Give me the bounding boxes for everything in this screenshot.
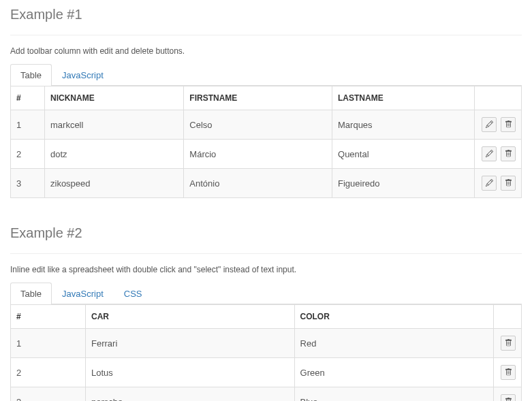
cell-nickname: zikospeed: [45, 169, 184, 198]
cell-car[interactable]: Lotus: [86, 358, 295, 387]
edit-button[interactable]: [482, 176, 497, 191]
col-header-firstname: FIRSTNAME: [184, 86, 332, 110]
cell-firstname: Márcio: [184, 140, 332, 169]
cell-firstname: António: [184, 169, 332, 198]
cell-actions: [494, 387, 522, 402]
cell-nickname: markcell: [45, 110, 184, 140]
example-1-table: # NICKNAME FIRSTNAME LASTNAME 1 markcell…: [10, 86, 522, 198]
cell-num: 1: [11, 110, 45, 140]
delete-button[interactable]: [501, 146, 516, 161]
delete-button[interactable]: [501, 176, 516, 191]
delete-button[interactable]: [501, 365, 516, 380]
col-header-actions: [475, 86, 522, 110]
example-2-description: Inline edit like a spreadsheet with doub…: [10, 265, 522, 274]
cell-firstname: Celso: [184, 110, 332, 140]
table-row: 3 porsche Blue: [11, 387, 522, 402]
pencil-icon: [486, 149, 493, 159]
cell-actions: [494, 358, 522, 387]
cell-color[interactable]: Blue: [294, 387, 493, 402]
table-header-row: # NICKNAME FIRSTNAME LASTNAME: [11, 86, 522, 110]
example-2-title: Example #2: [10, 225, 522, 246]
col-header-actions: [494, 305, 522, 329]
cell-num: 2: [11, 140, 45, 169]
col-header-color: COLOR: [294, 305, 493, 329]
trash-icon: [505, 368, 512, 378]
trash-icon: [505, 149, 512, 159]
example-2-tabs: Table JavaScript CSS: [10, 283, 522, 304]
tab-javascript[interactable]: JavaScript: [52, 283, 114, 304]
example-2-table: # CAR COLOR 1 Ferrari Red 2 Lotus Green: [10, 304, 522, 401]
delete-button[interactable]: [501, 117, 516, 132]
example-2-section: Example #2 Inline edit like a spreadshee…: [10, 225, 522, 401]
cell-actions: [494, 329, 522, 358]
cell-lastname: Quental: [332, 140, 475, 169]
cell-actions: [475, 110, 522, 140]
table-row: 1 markcell Celso Marques: [11, 110, 522, 140]
cell-nickname: dotz: [45, 140, 184, 169]
table-row: 2 dotz Márcio Quental: [11, 140, 522, 169]
tab-javascript[interactable]: JavaScript: [52, 64, 114, 86]
cell-num: 2: [11, 358, 86, 387]
trash-icon: [505, 397, 512, 402]
divider: [10, 35, 522, 35]
trash-icon: [505, 338, 512, 349]
cell-actions: [475, 169, 522, 198]
table-header-row: # CAR COLOR: [11, 305, 522, 329]
example-1-tabs: Table JavaScript: [10, 64, 522, 86]
pencil-icon: [486, 178, 493, 189]
col-header-num: #: [11, 86, 45, 110]
delete-button[interactable]: [501, 394, 516, 401]
example-1-description: Add toolbar column with edit and delete …: [10, 46, 522, 56]
col-header-nickname: NICKNAME: [45, 86, 184, 110]
col-header-lastname: LASTNAME: [332, 86, 475, 110]
tab-table[interactable]: Table: [10, 64, 52, 86]
tab-table[interactable]: Table: [10, 283, 52, 304]
col-header-car: CAR: [86, 305, 295, 329]
cell-lastname: Marques: [332, 110, 475, 140]
cell-color[interactable]: Green: [294, 358, 493, 387]
cell-num: 3: [11, 387, 86, 402]
table-row: 2 Lotus Green: [11, 358, 522, 387]
edit-button[interactable]: [482, 146, 497, 161]
cell-actions: [475, 140, 522, 169]
cell-car[interactable]: Ferrari: [86, 329, 295, 358]
trash-icon: [505, 120, 512, 130]
table-row: 1 Ferrari Red: [11, 329, 522, 358]
example-1-title: Example #1: [10, 7, 522, 28]
cell-lastname: Figueiredo: [332, 169, 475, 198]
pencil-icon: [486, 120, 493, 130]
table-row: 3 zikospeed António Figueiredo: [11, 169, 522, 198]
trash-icon: [505, 178, 512, 189]
delete-button[interactable]: [501, 336, 516, 351]
col-header-num: #: [11, 305, 86, 329]
cell-num: 1: [11, 329, 86, 358]
edit-button[interactable]: [482, 117, 497, 132]
cell-num: 3: [11, 169, 45, 198]
cell-car[interactable]: porsche: [86, 387, 295, 402]
divider: [10, 253, 522, 254]
example-1-section: Example #1 Add toolbar column with edit …: [10, 7, 522, 198]
tab-css[interactable]: CSS: [114, 283, 153, 304]
cell-color[interactable]: Red: [294, 329, 493, 358]
